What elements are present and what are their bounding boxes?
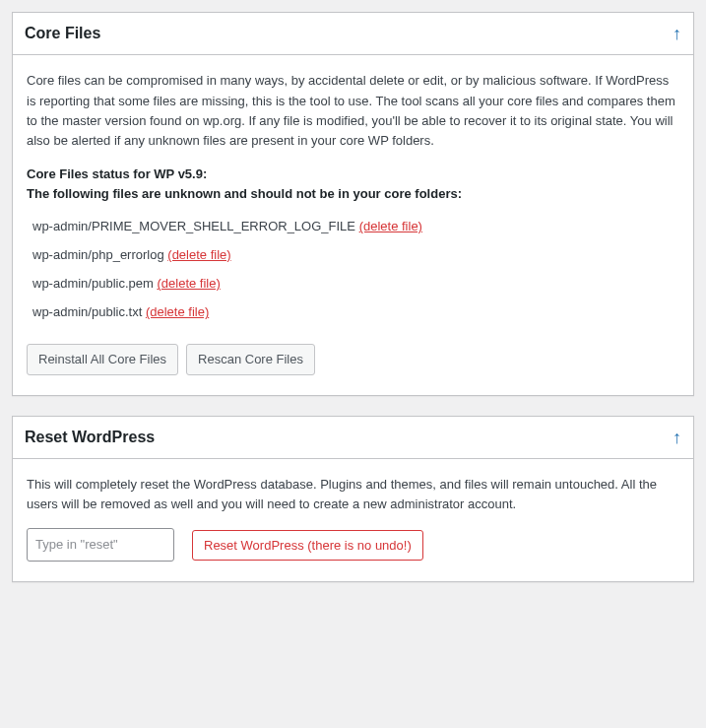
reset-confirm-input[interactable]	[27, 528, 174, 562]
status-line-warning: The following files are unknown and shou…	[27, 186, 462, 201]
collapse-toggle-icon[interactable]: ↑	[673, 429, 681, 446]
rescan-core-files-button[interactable]: Rescan Core Files	[186, 344, 315, 375]
reset-wordpress-panel: Reset WordPress ↑ This will completely r…	[12, 416, 694, 583]
core-files-header: Core Files ↑	[13, 13, 693, 55]
unknown-files-list: wp-admin/PRIME_MOVER_SHELL_ERROR_LOG_FIL…	[32, 212, 679, 326]
reset-wordpress-controls: Reset WordPress (there is no undo!)	[27, 528, 679, 562]
core-files-title: Core Files	[25, 23, 100, 44]
file-path: wp-admin/PRIME_MOVER_SHELL_ERROR_LOG_FIL…	[32, 219, 355, 233]
collapse-toggle-icon[interactable]: ↑	[673, 25, 681, 42]
reset-wordpress-header: Reset WordPress ↑	[13, 417, 693, 459]
reinstall-core-files-button[interactable]: Reinstall All Core Files	[27, 344, 178, 375]
file-path: wp-admin/public.pem	[32, 276, 154, 291]
delete-file-link[interactable]: (delete file)	[359, 219, 422, 233]
reset-wordpress-button[interactable]: Reset WordPress (there is no undo!)	[192, 530, 423, 562]
file-path: wp-admin/public.txt	[32, 304, 142, 319]
core-files-buttons: Reinstall All Core Files Rescan Core Fil…	[27, 344, 679, 375]
delete-file-link[interactable]: (delete file)	[167, 247, 230, 262]
reset-wordpress-description: This will completely reset the WordPress…	[27, 475, 679, 514]
delete-file-link[interactable]: (delete file)	[157, 276, 220, 291]
status-line-version: Core Files status for WP v5.9:	[27, 166, 207, 181]
core-files-panel: Core Files ↑ Core files can be compromis…	[12, 12, 694, 396]
core-files-body: Core files can be compromised in many wa…	[13, 55, 693, 394]
file-row: wp-admin/public.pem (delete file)	[32, 269, 679, 298]
reset-wordpress-body: This will completely reset the WordPress…	[13, 459, 693, 581]
delete-file-link[interactable]: (delete file)	[146, 304, 209, 319]
file-path: wp-admin/php_errorlog	[32, 247, 164, 262]
core-files-description: Core files can be compromised in many wa…	[27, 71, 679, 151]
file-row: wp-admin/public.txt (delete file)	[32, 298, 679, 326]
file-row: wp-admin/php_errorlog (delete file)	[32, 240, 679, 269]
file-row: wp-admin/PRIME_MOVER_SHELL_ERROR_LOG_FIL…	[32, 212, 679, 240]
core-files-status: Core Files status for WP v5.9: The follo…	[27, 165, 679, 204]
reset-wordpress-title: Reset WordPress	[25, 427, 155, 448]
